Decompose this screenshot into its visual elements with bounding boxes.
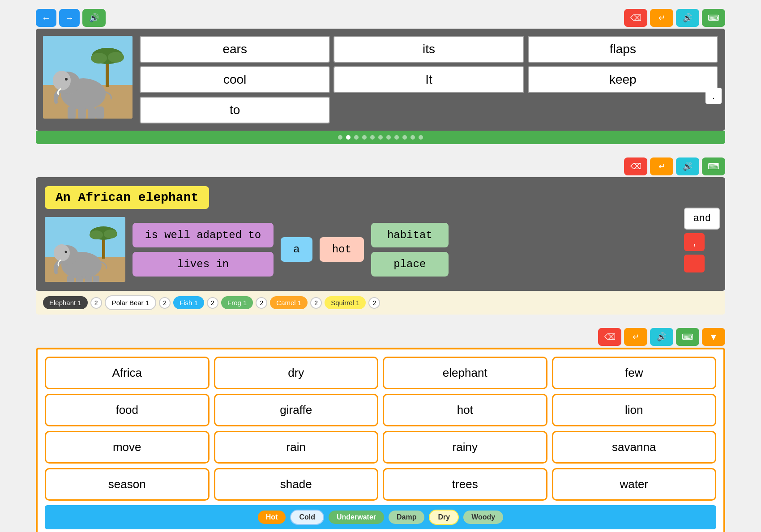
svg-rect-13 — [96, 106, 104, 119]
panel2-main: An African elephant — [36, 177, 725, 291]
svg-point-18 — [90, 230, 103, 239]
vocab-tile-few[interactable]: few — [552, 357, 717, 389]
panel2-side: and , — [684, 208, 720, 272]
dot-7[interactable] — [386, 135, 391, 140]
side-word-and[interactable]: and — [684, 208, 720, 230]
svg-rect-16 — [102, 237, 105, 259]
keyboard-button-p3[interactable]: ⌨ — [676, 328, 699, 346]
word-tile-ears[interactable]: ears — [140, 36, 330, 63]
vocab-tile-rainy[interactable]: rainy — [383, 431, 547, 464]
category-underwater[interactable]: Underwater — [329, 511, 384, 524]
dot-11[interactable] — [419, 135, 423, 140]
word-tile-to[interactable]: to — [140, 97, 330, 123]
enter-button-p3[interactable]: ↵ — [624, 328, 647, 346]
vocab-tile-elephant[interactable]: elephant — [383, 357, 547, 389]
tab-num-5[interactable]: 2 — [310, 297, 322, 309]
tab-elephant1[interactable]: Elephant 1 — [43, 296, 88, 309]
tab-num-1[interactable]: 2 — [90, 297, 102, 309]
panel2-tabs: Elephant 1 2 Polar Bear 1 2 Fish 1 2 Fro… — [36, 291, 725, 315]
keyboard-button-p1[interactable]: ⌨ — [702, 9, 725, 27]
tab-squirrel1[interactable]: Squirrel 1 — [325, 296, 366, 309]
panel1: ← → 🔊 ⌫ ↵ 🔊 ⌨ — [36, 9, 725, 144]
speaker-button-p3[interactable]: 🔊 — [650, 328, 673, 346]
sound-button-p1[interactable]: 🔊 — [82, 9, 106, 27]
word-tile-cool[interactable]: cool — [140, 66, 330, 93]
vocab-tile-food[interactable]: food — [45, 394, 209, 426]
panel2-content: is well adapted to lives in a hot habita… — [45, 217, 716, 282]
panel3-vocab-grid: Africa dry elephant few food giraffe hot… — [45, 357, 716, 501]
svg-point-5 — [108, 52, 124, 63]
category-damp[interactable]: Damp — [389, 511, 424, 524]
panel3: ⌫ ↵ 🔊 ⌨ ▼ Africa dry elephant few food g… — [36, 328, 725, 532]
vocab-tile-giraffe[interactable]: giraffe — [214, 394, 379, 426]
down-button-p3[interactable]: ▼ — [702, 328, 725, 346]
delete-button-p3[interactable]: ⌫ — [598, 328, 621, 346]
tab-num-4[interactable]: 2 — [256, 297, 267, 309]
word-tile-hot[interactable]: hot — [320, 237, 364, 262]
category-dry[interactable]: Dry — [429, 510, 459, 525]
vocab-tile-dry[interactable]: dry — [214, 357, 379, 389]
panel1-elephant-image — [43, 36, 133, 119]
delete-button-p2[interactable]: ⌫ — [624, 157, 647, 175]
vocab-tile-trees[interactable]: trees — [383, 468, 547, 501]
tab-frog1[interactable]: Frog 1 — [221, 296, 253, 309]
word-tile-flaps[interactable]: flaps — [528, 36, 718, 63]
back-button[interactable]: ← — [36, 9, 56, 27]
panel2: ⌫ ↵ 🔊 ⌨ An African elephant — [36, 157, 725, 315]
dot-9[interactable] — [402, 135, 407, 140]
dot-6[interactable] — [378, 135, 383, 140]
keyboard-button-p2[interactable]: ⌨ — [702, 157, 725, 175]
phrase-tile-2[interactable]: lives in — [133, 252, 274, 277]
vocab-tile-move[interactable]: move — [45, 431, 209, 464]
word-tile-a[interactable]: a — [281, 237, 312, 262]
word-tile-keep[interactable]: keep — [528, 66, 718, 93]
svg-rect-10 — [68, 106, 76, 119]
panel2-green-words: habitat place — [371, 223, 449, 277]
svg-point-23 — [65, 251, 67, 253]
vocab-tile-water[interactable]: water — [552, 468, 717, 501]
dot-2[interactable] — [346, 135, 351, 140]
enter-button-p2[interactable]: ↵ — [650, 157, 673, 175]
speaker-button-p1[interactable]: 🔊 — [676, 9, 699, 27]
svg-point-4 — [91, 53, 107, 64]
dot-4[interactable] — [362, 135, 367, 140]
dot-5[interactable] — [370, 135, 375, 140]
category-cold[interactable]: Cold — [290, 510, 324, 525]
dot-3[interactable] — [354, 135, 359, 140]
green-tile-habitat[interactable]: habitat — [371, 223, 449, 247]
vocab-tile-africa[interactable]: Africa — [45, 357, 209, 389]
vocab-tile-hot[interactable]: hot — [383, 394, 547, 426]
green-tile-place[interactable]: place — [371, 252, 449, 277]
side-dot[interactable] — [684, 255, 705, 272]
dot-8[interactable] — [394, 135, 399, 140]
word-tile-it[interactable]: It — [333, 66, 524, 93]
delete-button-p1[interactable]: ⌫ — [624, 9, 647, 27]
vocab-tile-shade[interactable]: shade — [214, 468, 379, 501]
phrase-tile-1[interactable]: is well adapted to — [133, 223, 274, 247]
tab-num-2[interactable]: 2 — [159, 297, 171, 309]
category-hot[interactable]: Hot — [258, 511, 286, 524]
speaker-button-p2[interactable]: 🔊 — [676, 157, 699, 175]
enter-button-p1[interactable]: ↵ — [650, 9, 673, 27]
word-tile-its[interactable]: its — [333, 36, 524, 63]
tab-num-6[interactable]: 2 — [368, 297, 380, 309]
vocab-tile-rain[interactable]: rain — [214, 431, 379, 464]
tab-polarbear1[interactable]: Polar Bear 1 — [105, 295, 156, 310]
category-woody[interactable]: Woody — [463, 511, 503, 524]
vocab-tile-savanna[interactable]: savanna — [552, 431, 717, 464]
forward-button[interactable]: → — [59, 9, 80, 27]
side-comma[interactable]: , — [684, 233, 705, 251]
dot-button-p1[interactable]: . — [705, 88, 722, 104]
panel1-toolbar: ← → 🔊 ⌫ ↵ 🔊 ⌨ — [36, 9, 725, 27]
panel3-bottom-bar: Hot Cold Underwater Damp Dry Woody — [45, 505, 716, 529]
vocab-tile-lion[interactable]: lion — [552, 394, 717, 426]
panel3-toolbar: ⌫ ↵ 🔊 ⌨ ▼ — [36, 328, 725, 346]
dot-1[interactable] — [338, 135, 342, 140]
tab-fish1[interactable]: Fish 1 — [173, 296, 204, 309]
panel2-elephant-image — [45, 217, 125, 282]
tab-camel1[interactable]: Camel 1 — [270, 296, 308, 309]
vocab-tile-season[interactable]: season — [45, 468, 209, 501]
panel2-phrases: is well adapted to lives in — [133, 223, 274, 277]
dot-10[interactable] — [410, 135, 415, 140]
tab-num-3[interactable]: 2 — [207, 297, 218, 309]
